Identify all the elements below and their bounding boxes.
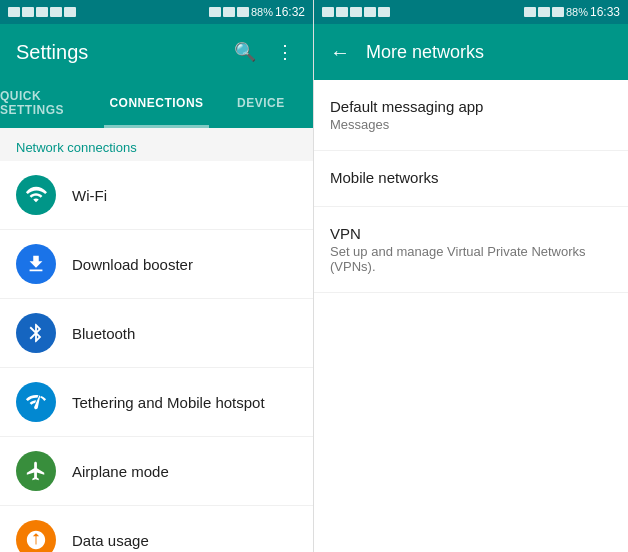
right-status-bar: 88% 16:33 [314, 0, 628, 24]
list-item-download-booster[interactable]: Download booster [0, 230, 313, 299]
bluetooth-icon [16, 313, 56, 353]
right-settings-list: Default messaging app Messages Mobile ne… [314, 80, 628, 552]
wifi-label: Wi-Fi [72, 187, 107, 204]
list-item-wifi[interactable]: Wi-Fi [0, 161, 313, 230]
left-status-bar: 88% 16:32 [0, 0, 313, 24]
download-booster-label: Download booster [72, 256, 193, 273]
vpn-title: VPN [330, 225, 612, 242]
wifi-icon [16, 175, 56, 215]
right-panel: 88% 16:33 ← More networks Default messag… [314, 0, 628, 552]
right-time: 16:33 [590, 5, 620, 19]
left-status-icons-left [8, 7, 76, 17]
tethering-icon [16, 382, 56, 422]
more-options-icon[interactable]: ⋮ [273, 40, 297, 64]
settings-list: Wi-Fi Download booster Bluetooth [0, 161, 313, 552]
list-item-data-usage[interactable]: Data usage [0, 506, 313, 552]
default-messaging-title: Default messaging app [330, 98, 612, 115]
right-status-icon-2 [336, 7, 348, 17]
download-booster-icon [16, 244, 56, 284]
right-status-icon-1 [322, 7, 334, 17]
status-icon-5 [64, 7, 76, 17]
left-panel: 88% 16:32 Settings 🔍 ⋮ QUICK SETTINGS CO… [0, 0, 314, 552]
status-icon-mute [209, 7, 221, 17]
right-app-title: More networks [366, 42, 484, 63]
right-status-icon-signal [552, 7, 564, 17]
right-item-default-messaging[interactable]: Default messaging app Messages [314, 80, 628, 151]
status-icon-alarm [223, 7, 235, 17]
left-time: 16:32 [275, 5, 305, 19]
mobile-networks-title: Mobile networks [330, 169, 612, 186]
airplane-mode-icon [16, 451, 56, 491]
status-icon-1 [8, 7, 20, 17]
tab-quick-settings[interactable]: QUICK SETTINGS [0, 80, 104, 128]
vpn-subtitle: Set up and manage Virtual Private Networ… [330, 244, 612, 274]
left-app-bar: Settings 🔍 ⋮ [0, 24, 313, 80]
status-icon-signal [237, 7, 249, 17]
status-icon-4 [50, 7, 62, 17]
data-usage-label: Data usage [72, 532, 149, 549]
right-status-icons-left [322, 7, 390, 17]
right-status-icon-3 [350, 7, 362, 17]
status-icon-3 [36, 7, 48, 17]
right-status-icon-mute [524, 7, 536, 17]
left-status-icons-right: 88% 16:32 [209, 5, 305, 19]
search-icon[interactable]: 🔍 [233, 40, 257, 64]
list-item-airplane[interactable]: Airplane mode [0, 437, 313, 506]
right-battery: 88% [566, 6, 588, 18]
tab-device[interactable]: DEVICE [209, 80, 313, 128]
default-messaging-subtitle: Messages [330, 117, 612, 132]
bluetooth-label: Bluetooth [72, 325, 135, 342]
back-button[interactable]: ← [330, 41, 350, 64]
right-status-icon-alarm [538, 7, 550, 17]
right-item-vpn[interactable]: VPN Set up and manage Virtual Private Ne… [314, 207, 628, 293]
section-header-network: Network connections [0, 128, 313, 161]
airplane-label: Airplane mode [72, 463, 169, 480]
right-status-icon-5 [378, 7, 390, 17]
list-item-tethering[interactable]: Tethering and Mobile hotspot [0, 368, 313, 437]
status-icon-2 [22, 7, 34, 17]
list-item-bluetooth[interactable]: Bluetooth [0, 299, 313, 368]
right-item-mobile-networks[interactable]: Mobile networks [314, 151, 628, 207]
tabs-bar: QUICK SETTINGS CONNECTIONS DEVICE [0, 80, 313, 128]
right-app-bar: ← More networks [314, 24, 628, 80]
left-app-title: Settings [16, 41, 88, 64]
tethering-label: Tethering and Mobile hotspot [72, 394, 265, 411]
data-usage-icon [16, 520, 56, 552]
left-battery: 88% [251, 6, 273, 18]
right-status-icon-4 [364, 7, 376, 17]
left-app-bar-icons: 🔍 ⋮ [233, 40, 297, 64]
right-status-icons-right: 88% 16:33 [524, 5, 620, 19]
tab-connections[interactable]: CONNECTIONS [104, 80, 208, 128]
